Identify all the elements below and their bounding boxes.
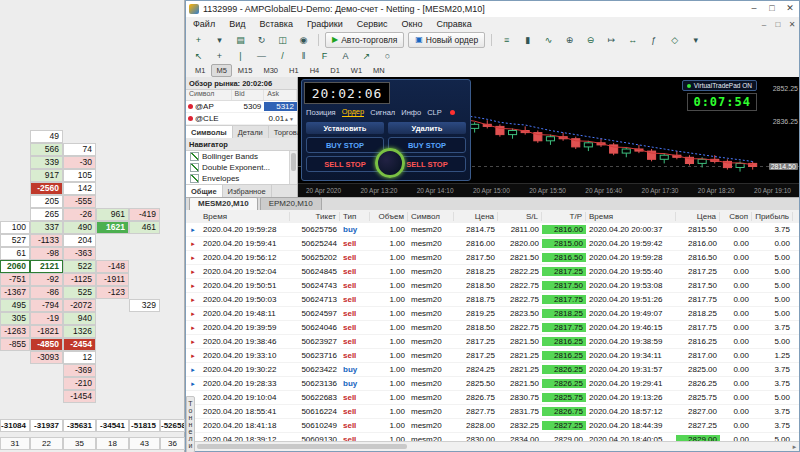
table-row[interactable]: ▸2020.04.20 19:48:1150624597sell1.00mesm… xyxy=(186,307,799,321)
menu-item-7[interactable]: Справка xyxy=(429,19,478,29)
candles-chart-icon[interactable]: ▮ xyxy=(518,32,537,48)
navigator-scrollbar[interactable] xyxy=(289,151,297,184)
toolbox-vertical-tab[interactable]: Тоннели xyxy=(186,396,195,452)
timeframe-m5[interactable]: M5 xyxy=(211,64,231,77)
history-col-5[interactable]: Символ xyxy=(408,212,454,221)
vtp-tab-позиция[interactable]: Позиция xyxy=(306,108,336,117)
history-col-8[interactable]: T/P xyxy=(542,212,586,221)
indicators-icon[interactable]: ƒ xyxy=(644,32,663,48)
history-col-9[interactable]: Время xyxy=(586,212,676,221)
timeframe-mn[interactable]: MN xyxy=(368,64,390,77)
col-ask[interactable]: Ask xyxy=(264,90,297,100)
history-col-10[interactable]: Цена xyxy=(676,212,720,221)
table-row[interactable]: ▸2020.04.20 19:50:0350624713sell1.00mesm… xyxy=(186,293,799,307)
maximize-button[interactable]: □ xyxy=(763,2,781,16)
alerts-icon[interactable]: ◉ xyxy=(294,32,313,48)
table-row[interactable]: ▸2020.04.20 19:39:5950624046sell1.00mesm… xyxy=(186,321,799,335)
timeframe-w1[interactable]: W1 xyxy=(346,64,367,77)
col-symbol[interactable]: Символ xyxy=(186,90,232,100)
profiles-icon[interactable]: ▤ xyxy=(231,32,250,48)
table-row[interactable]: ▸2020.04.20 19:56:1250625202sell1.00mesm… xyxy=(186,251,799,265)
objects-icon[interactable]: ◇ xyxy=(665,32,684,48)
chart-dropdown-icon[interactable]: ▾ xyxy=(210,32,229,48)
market-row-cle[interactable]: @CLE0.01▲▼ xyxy=(186,113,297,125)
history-col-3[interactable]: Тип xyxy=(340,212,370,221)
close-button[interactable]: ✕ xyxy=(781,2,799,16)
navigator-tab-1[interactable]: Общие xyxy=(186,185,223,197)
crosshair-icon[interactable]: + xyxy=(210,48,229,64)
history-col-12[interactable]: Прибыль xyxy=(752,212,793,221)
table-row[interactable]: ▸2020.04.20 18:41:1850610249sell1.00mesm… xyxy=(186,419,799,433)
scrollbar-thumb[interactable] xyxy=(291,153,296,171)
horizontal-scrollbar[interactable]: ◄ ► xyxy=(186,441,799,451)
table-row[interactable]: ▸2020.04.20 19:28:3350623136buy1.00mesm2… xyxy=(186,377,799,391)
vtp-tab-инфо[interactable]: Инфо xyxy=(401,108,421,117)
scroll-right-arrow[interactable]: ► xyxy=(790,444,799,450)
minimize-button[interactable]: – xyxy=(745,2,763,16)
new-order-button[interactable]: ▣ Новый ордер xyxy=(408,32,485,48)
vtp-tab-сигнал[interactable]: Сигнал xyxy=(370,108,395,117)
autoscroll-icon[interactable]: ↦ xyxy=(602,32,621,48)
child-minimize-button[interactable]: – xyxy=(757,20,771,29)
refresh-icon[interactable]: ↻ xyxy=(252,32,271,48)
navigator-item-1[interactable]: Bollinger Bands xyxy=(186,151,289,162)
table-row[interactable]: ▸2020.04.20 19:33:1050623716sell1.00mesm… xyxy=(186,349,799,363)
vtp-tab-ордер[interactable]: Ордер xyxy=(342,107,365,117)
channel-icon[interactable]: ‖ xyxy=(294,48,313,64)
bars-chart-icon[interactable]: ≡ xyxy=(497,32,516,48)
scrollbar-thumb[interactable] xyxy=(197,444,407,449)
table-row[interactable]: ▸2020.04.20 19:10:0450622683sell1.00mesm… xyxy=(186,391,799,405)
table-row[interactable]: ▸2020.04.20 19:50:5150624743sell1.00mesm… xyxy=(186,279,799,293)
sell-stop-set-button[interactable]: SELL STOP xyxy=(306,156,384,172)
fibonacci-icon[interactable]: F xyxy=(315,48,334,64)
col-bid[interactable]: Bid xyxy=(232,90,265,100)
table-row[interactable]: ▸2020.04.20 19:30:2250623422buy1.00mesm2… xyxy=(186,363,799,377)
hline-icon[interactable]: — xyxy=(252,48,271,64)
text-icon[interactable]: A xyxy=(336,48,355,64)
trendline-icon[interactable]: / xyxy=(273,48,292,64)
timeframe-d1[interactable]: D1 xyxy=(325,64,345,77)
vline-icon[interactable]: | xyxy=(231,48,250,64)
timeframe-m1[interactable]: M1 xyxy=(190,64,210,77)
menu-item-3[interactable]: Вставка xyxy=(252,19,299,29)
arrow-icon[interactable]: ↗ xyxy=(357,48,376,64)
table-row[interactable]: ▸2020.04.20 19:59:2850625756buy1.00mesm2… xyxy=(186,223,799,237)
history-col-1[interactable]: Время xyxy=(200,212,290,221)
market-row-ap[interactable]: @AP53095312 xyxy=(186,101,297,113)
history-col-4[interactable]: Объем xyxy=(370,212,408,221)
child-close-button[interactable]: ✕ xyxy=(785,20,799,29)
history-col-7[interactable]: S/L xyxy=(498,212,542,221)
table-row[interactable]: ▸2020.04.20 19:38:4650623927sell1.00mesm… xyxy=(186,335,799,349)
new-chart-icon[interactable]: + xyxy=(189,32,208,48)
vtp-tab-clp[interactable]: CLP xyxy=(427,108,442,117)
price-chart[interactable]: 2852.252836.252814.50 20 Apr 202020 Apr … xyxy=(298,77,799,197)
zoom-out-icon[interactable]: ⊖ xyxy=(581,32,600,48)
tile-windows-icon[interactable]: ◫ xyxy=(273,32,292,48)
menu-item-1[interactable]: Файл xyxy=(186,19,222,29)
line-chart-icon[interactable]: ∿ xyxy=(539,32,558,48)
timeframe-h4[interactable]: H4 xyxy=(305,64,325,77)
market-tab-1[interactable]: Символы xyxy=(186,126,233,138)
history-col-2[interactable]: Тикет xyxy=(290,212,340,221)
table-row[interactable]: ▸2020.04.20 19:59:4150625244sell1.00mesm… xyxy=(186,237,799,251)
history-col-6[interactable]: Цена xyxy=(454,212,498,221)
navigator-item-3[interactable]: Envelopes xyxy=(186,173,289,184)
chart-shift-icon[interactable]: ↔ xyxy=(623,32,642,48)
chart-tab-2[interactable]: EPM20,M10 xyxy=(260,197,322,210)
menu-item-4[interactable]: Графики xyxy=(300,19,350,29)
menu-item-2[interactable]: Вид xyxy=(222,19,252,29)
timeframe-h1[interactable]: H1 xyxy=(284,64,304,77)
table-row[interactable]: ▸2020.04.20 18:55:4150616224sell1.00mesm… xyxy=(186,405,799,419)
history-col-11[interactable]: Своп xyxy=(720,212,752,221)
cursor-icon[interactable]: ↖ xyxy=(189,48,208,64)
timeframe-m15[interactable]: M15 xyxy=(233,64,258,77)
timeframes-icon[interactable]: ▾ xyxy=(686,32,705,48)
table-row[interactable]: ▸2020.04.20 19:52:0450624845sell1.00mesm… xyxy=(186,265,799,279)
spinner-icon[interactable]: ▲▼ xyxy=(284,116,294,122)
market-tab-2[interactable]: Детали xyxy=(233,126,269,138)
child-restore-button[interactable]: □ xyxy=(771,20,785,29)
shapes-icon[interactable]: ○ xyxy=(378,48,397,64)
chart-tab-1[interactable]: MESM20,M10 xyxy=(189,197,258,210)
buy-stop-set-button[interactable]: BUY STOP xyxy=(306,137,384,153)
zoom-in-icon[interactable]: ⊕ xyxy=(560,32,579,48)
